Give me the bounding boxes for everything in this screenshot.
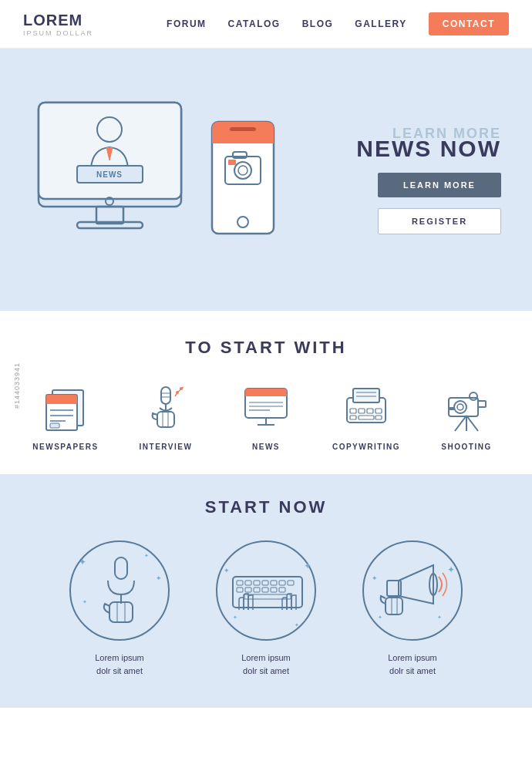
svg-rect-81: [262, 581, 268, 585]
section3-title: START NOW: [15, 497, 517, 517]
circle-icon-keyboard: ✦ ✦ ✦ ✦: [216, 540, 316, 641]
svg-text:✦: ✦: [447, 564, 455, 575]
svg-text:✦: ✦: [224, 567, 230, 574]
svg-rect-70: [109, 602, 133, 622]
newspapers-icon: [39, 381, 93, 435]
svg-text:✦: ✦: [437, 614, 442, 620]
svg-rect-30: [157, 412, 174, 427]
svg-rect-47: [350, 409, 356, 413]
logo-title: LOREM: [23, 12, 93, 29]
svg-rect-85: [237, 588, 243, 592]
logo: LOREM IPSUM DOLLAR: [23, 12, 93, 37]
hero-section: NEWS LEARN MORE: [0, 49, 532, 311]
svg-rect-16: [228, 160, 236, 165]
monitor-illustration: NEWS: [23, 79, 224, 280]
phone-illustration: [208, 118, 278, 264]
svg-rect-49: [367, 409, 373, 413]
svg-rect-86: [245, 588, 251, 592]
svg-text:✦: ✦: [378, 614, 382, 620]
svg-rect-78: [237, 581, 243, 585]
svg-line-55: [466, 416, 478, 431]
svg-text:✦: ✦: [82, 599, 87, 604]
svg-point-58: [454, 401, 466, 413]
svg-line-54: [455, 416, 466, 431]
svg-rect-60: [478, 401, 486, 407]
watermark: #144033941: [13, 362, 21, 409]
nav-catalog[interactable]: CATALOG: [228, 19, 281, 29]
svg-text:✦: ✦: [156, 574, 162, 582]
newspapers-label: NEWSPAPERS: [32, 443, 98, 451]
circle-item-microphone: ✦ ✦ ✦ ✦: [62, 540, 177, 677]
svg-rect-52: [359, 416, 374, 419]
svg-text:✦: ✦: [295, 622, 299, 628]
svg-rect-87: [254, 588, 260, 592]
circle-item-keyboard: ✦ ✦ ✦ ✦: [208, 540, 324, 677]
svg-rect-44: [353, 389, 379, 402]
svg-rect-68: [115, 557, 127, 579]
nav-forum[interactable]: FORUM: [167, 19, 207, 29]
nav-contact[interactable]: CONTACT: [429, 12, 509, 35]
svg-rect-62: [449, 407, 455, 410]
section-to-start-with: TO START WITH NEWSPAPERS: [0, 311, 532, 474]
svg-text:NEWS: NEWS: [96, 170, 123, 179]
svg-text:✦: ✦: [372, 574, 378, 582]
circle-text-2: Lorem ipsum dolr sit amet: [241, 651, 291, 677]
section2-title: TO START WITH: [15, 338, 517, 358]
svg-rect-10: [212, 137, 274, 143]
svg-rect-11: [230, 127, 256, 131]
shooting-label: SHOOTING: [441, 443, 491, 451]
megaphone-circle-svg: ✦ ✦ ✦ ✦: [364, 542, 464, 642]
circle-text-3: Lorem ipsum dolr sit amet: [388, 651, 437, 677]
svg-text:✦: ✦: [304, 561, 311, 571]
news-label: NEWS: [252, 443, 280, 451]
nav-gallery[interactable]: GALLERY: [355, 19, 406, 29]
icons-row: NEWSPAPERS: [15, 381, 517, 451]
logo-subtitle: IPSUM DOLLAR: [23, 29, 93, 37]
svg-rect-37: [245, 393, 287, 396]
svg-rect-50: [375, 409, 382, 413]
hero-subtitle: LEARN MORE NEWS NOW: [356, 126, 501, 162]
svg-rect-48: [359, 409, 365, 413]
circle-text-1: Lorem ipsum dolr sit amet: [95, 651, 144, 677]
news-monitor-icon: [239, 381, 293, 435]
svg-point-59: [457, 404, 463, 410]
typewriter-icon: [339, 381, 393, 435]
circles-row: ✦ ✦ ✦ ✦: [15, 540, 517, 677]
svg-text:✦: ✦: [233, 614, 237, 620]
interview-label: INTERVIEW: [140, 443, 193, 451]
video-camera-icon: [439, 381, 493, 435]
nav-blog[interactable]: BLOG: [302, 19, 334, 29]
circle-icon-microphone: ✦ ✦ ✦ ✦: [69, 540, 170, 641]
svg-rect-83: [279, 581, 285, 585]
hero-right: LEARN MORE NEWS NOW LEARN MORE REGISTER: [347, 126, 501, 234]
svg-text:✦: ✦: [144, 553, 149, 558]
svg-point-61: [470, 392, 477, 400]
circle-item-megaphone: ✦ ✦ ✦ ✦: [355, 540, 470, 677]
interview-icon: [139, 381, 193, 435]
svg-rect-84: [288, 581, 294, 585]
svg-rect-79: [245, 581, 251, 585]
register-button[interactable]: REGISTER: [378, 208, 501, 234]
svg-rect-82: [271, 581, 277, 585]
icon-item-newspapers: NEWSPAPERS: [27, 381, 104, 451]
svg-rect-80: [254, 581, 260, 585]
keyboard-circle-svg: ✦ ✦ ✦ ✦: [217, 542, 318, 642]
header: LOREM IPSUM DOLLAR FORUM CATALOG BLOG GA…: [0, 0, 532, 49]
svg-rect-53: [375, 416, 382, 419]
svg-rect-98: [386, 598, 402, 614]
svg-rect-88: [262, 588, 268, 592]
microphone-circle-svg: ✦ ✦ ✦ ✦: [71, 542, 171, 642]
icon-item-shooting: SHOOTING: [428, 381, 505, 451]
learn-more-button[interactable]: LEARN MORE: [378, 173, 501, 197]
svg-rect-2: [96, 207, 123, 224]
svg-rect-25: [50, 423, 59, 428]
svg-rect-90: [279, 588, 285, 592]
hero-illustration: NEWS: [23, 79, 347, 280]
svg-rect-3: [77, 222, 143, 228]
svg-rect-26: [161, 387, 170, 404]
section-start-now: START NOW ✦ ✦ ✦ ✦: [0, 474, 532, 708]
icon-item-news: NEWS: [227, 381, 305, 451]
icon-item-copywriting: COPYWRITING: [328, 381, 405, 451]
icon-item-interview: INTERVIEW: [127, 381, 204, 451]
circle-icon-megaphone: ✦ ✦ ✦ ✦: [362, 540, 463, 641]
